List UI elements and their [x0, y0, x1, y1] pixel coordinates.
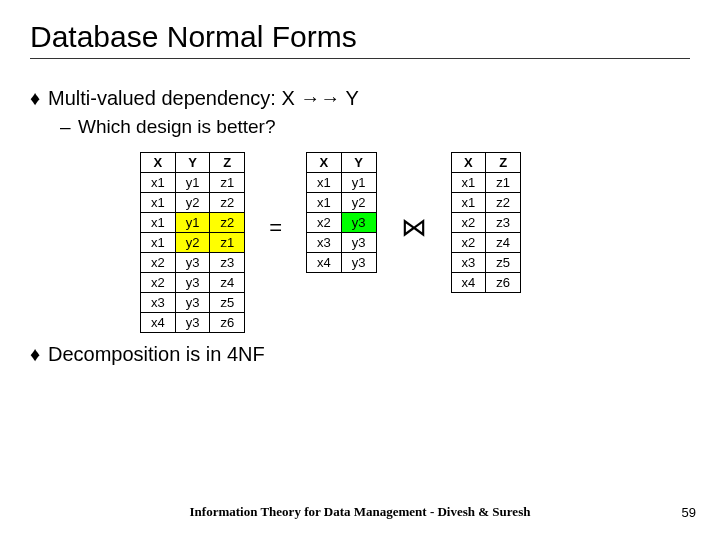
bullet-main-text: Multi-valued dependency: X →→ Y	[48, 87, 359, 110]
th: Y	[341, 153, 376, 173]
th: Y	[175, 153, 210, 173]
slide-title: Database Normal Forms	[30, 20, 690, 54]
cell: z2	[486, 193, 521, 213]
page-number: 59	[682, 505, 696, 520]
cell: x3	[141, 293, 176, 313]
cell: z6	[210, 313, 245, 333]
cell: z4	[486, 233, 521, 253]
bullet-sub-text: Which design is better?	[78, 116, 276, 138]
cell: x3	[307, 233, 342, 253]
cell: x3	[451, 253, 486, 273]
diamond-icon: ♦	[30, 87, 48, 110]
join-icon: ⋈	[377, 212, 451, 243]
footer-text: Information Theory for Data Management -…	[0, 504, 720, 520]
bullet-last: ♦ Decomposition is in 4NF	[30, 343, 690, 366]
cell: x1	[451, 173, 486, 193]
cell: y3	[341, 253, 376, 273]
cell: y2	[175, 193, 210, 213]
cell: x2	[307, 213, 342, 233]
th: Z	[486, 153, 521, 173]
th: X	[451, 153, 486, 173]
table-xz: X Z x1z1 x1z2 x2z3 x2z4 x3z5 x4z6	[451, 152, 521, 293]
th: X	[141, 153, 176, 173]
bullet-sub: – Which design is better?	[60, 116, 690, 138]
cell: x4	[307, 253, 342, 273]
cell-highlight: y1	[175, 213, 210, 233]
cell: x1	[451, 193, 486, 213]
cell: x2	[451, 233, 486, 253]
cell: z3	[210, 253, 245, 273]
equals-op: =	[245, 215, 306, 241]
cell: x1	[307, 173, 342, 193]
cell: y3	[175, 253, 210, 273]
cell: z1	[210, 173, 245, 193]
cell: y3	[341, 233, 376, 253]
cell: z2	[210, 193, 245, 213]
cell: x2	[141, 253, 176, 273]
cell: z5	[486, 253, 521, 273]
diamond-icon: ♦	[30, 343, 48, 366]
cell: x1	[307, 193, 342, 213]
cell: y1	[341, 173, 376, 193]
cell: z6	[486, 273, 521, 293]
dash-icon: –	[60, 116, 78, 138]
cell: x1	[141, 193, 176, 213]
cell: y3	[175, 313, 210, 333]
cell: z3	[486, 213, 521, 233]
bullet-main: ♦ Multi-valued dependency: X →→ Y	[30, 87, 690, 110]
cell: x2	[451, 213, 486, 233]
th: X	[307, 153, 342, 173]
cell: x2	[141, 273, 176, 293]
th: Z	[210, 153, 245, 173]
cell: z5	[210, 293, 245, 313]
cell: y2	[341, 193, 376, 213]
cell-highlight: z2	[210, 213, 245, 233]
cell: y1	[175, 173, 210, 193]
cell: x1	[141, 233, 176, 253]
cell: x1	[141, 173, 176, 193]
cell: z1	[486, 173, 521, 193]
cell-highlight-green: y3	[341, 213, 376, 233]
cell: z4	[210, 273, 245, 293]
cell-highlight: z1	[210, 233, 245, 253]
title-rule	[30, 58, 690, 59]
cell-highlight: y2	[175, 233, 210, 253]
cell: y3	[175, 293, 210, 313]
tables-container: X Y Z x1y1z1 x1y2z2 x1y1z2 x1y2z1 x2y3z3…	[140, 152, 690, 333]
table-xy: X Y x1y1 x1y2 x2y3 x3y3 x4y3	[306, 152, 376, 273]
cell: x1	[141, 213, 176, 233]
cell: x4	[451, 273, 486, 293]
bullet-last-text: Decomposition is in 4NF	[48, 343, 265, 366]
cell: y3	[175, 273, 210, 293]
cell: x4	[141, 313, 176, 333]
table-xyz: X Y Z x1y1z1 x1y2z2 x1y1z2 x1y2z1 x2y3z3…	[140, 152, 245, 333]
